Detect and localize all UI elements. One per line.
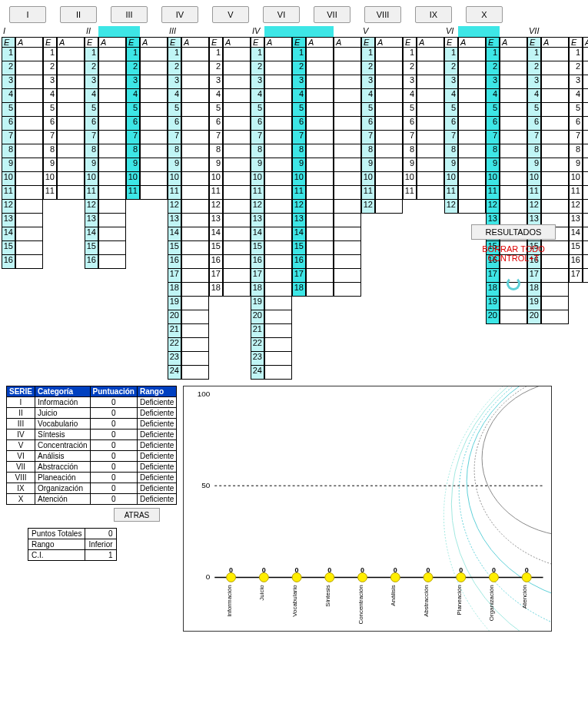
input-cell[interactable]	[541, 200, 569, 214]
input-cell[interactable]	[306, 214, 334, 227]
input-cell[interactable]	[264, 324, 292, 338]
input-cell[interactable]	[334, 131, 361, 144]
input-cell[interactable]	[306, 103, 334, 117]
input-cell[interactable]	[98, 144, 126, 158]
section-button-V[interactable]: V	[212, 6, 249, 23]
input-cell[interactable]	[181, 338, 209, 352]
input-cell[interactable]	[541, 75, 569, 89]
input-cell[interactable]	[98, 241, 126, 255]
input-cell[interactable]	[306, 186, 334, 200]
input-cell[interactable]	[306, 283, 334, 297]
input-cell[interactable]	[264, 186, 292, 200]
input-cell[interactable]	[140, 89, 168, 103]
input-cell[interactable]	[181, 117, 209, 131]
input-cell[interactable]	[223, 131, 251, 144]
input-cell[interactable]	[334, 158, 361, 172]
input-cell[interactable]	[57, 158, 85, 172]
input-cell[interactable]	[140, 61, 168, 75]
input-cell[interactable]	[334, 172, 361, 186]
section-button-VIII[interactable]: VIII	[364, 6, 401, 23]
input-cell[interactable]	[181, 255, 209, 269]
input-cell[interactable]	[223, 117, 251, 131]
input-cell[interactable]	[583, 269, 588, 283]
input-cell[interactable]	[181, 61, 209, 75]
input-cell[interactable]	[583, 227, 588, 241]
input-cell[interactable]	[223, 144, 251, 158]
input-cell[interactable]	[458, 172, 486, 186]
input-cell[interactable]	[583, 89, 588, 103]
input-cell[interactable]	[223, 186, 251, 200]
input-cell[interactable]	[223, 158, 251, 172]
input-cell[interactable]	[264, 352, 292, 366]
input-cell[interactable]	[500, 103, 527, 117]
input-cell[interactable]	[15, 61, 43, 75]
input-cell[interactable]	[264, 158, 292, 172]
section-button-III[interactable]: III	[111, 6, 148, 23]
input-cell[interactable]	[98, 200, 126, 214]
input-cell[interactable]	[334, 186, 361, 200]
input-cell[interactable]	[15, 117, 43, 131]
input-cell[interactable]	[306, 255, 334, 269]
input-cell[interactable]	[223, 172, 251, 186]
input-cell[interactable]	[223, 48, 251, 61]
input-cell[interactable]	[334, 214, 361, 227]
input-cell[interactable]	[583, 61, 588, 75]
input-cell[interactable]	[264, 61, 292, 75]
input-cell[interactable]	[264, 131, 292, 144]
input-cell[interactable]	[417, 186, 444, 200]
input-cell[interactable]	[541, 61, 569, 75]
input-cell[interactable]	[181, 241, 209, 255]
input-cell[interactable]	[500, 117, 527, 131]
input-cell[interactable]	[334, 241, 361, 255]
input-cell[interactable]	[57, 75, 85, 89]
input-cell[interactable]	[57, 103, 85, 117]
input-cell[interactable]	[458, 75, 486, 89]
input-cell[interactable]	[541, 131, 569, 144]
input-cell[interactable]	[223, 103, 251, 117]
input-cell[interactable]	[15, 255, 43, 269]
input-cell[interactable]	[458, 186, 486, 200]
input-cell[interactable]	[541, 172, 569, 186]
section-button-IV[interactable]: IV	[161, 6, 198, 23]
input-cell[interactable]	[583, 214, 588, 227]
input-cell[interactable]	[500, 200, 527, 214]
input-cell[interactable]	[375, 172, 403, 186]
input-cell[interactable]	[15, 103, 43, 117]
input-cell[interactable]	[223, 283, 251, 297]
input-cell[interactable]	[583, 172, 588, 186]
input-cell[interactable]	[264, 227, 292, 241]
input-cell[interactable]	[334, 144, 361, 158]
input-cell[interactable]	[334, 227, 361, 241]
input-cell[interactable]	[306, 227, 334, 241]
input-cell[interactable]	[375, 61, 403, 75]
input-cell[interactable]	[98, 61, 126, 75]
input-cell[interactable]	[264, 172, 292, 186]
input-cell[interactable]	[181, 283, 209, 297]
input-cell[interactable]	[140, 144, 168, 158]
input-cell[interactable]	[98, 186, 126, 200]
input-cell[interactable]	[223, 241, 251, 255]
input-cell[interactable]	[15, 227, 43, 241]
input-cell[interactable]	[583, 200, 588, 214]
input-cell[interactable]	[181, 75, 209, 89]
input-cell[interactable]	[98, 48, 126, 61]
input-cell[interactable]	[500, 89, 527, 103]
input-cell[interactable]	[375, 75, 403, 89]
input-cell[interactable]	[541, 103, 569, 117]
input-cell[interactable]	[375, 186, 403, 200]
input-cell[interactable]	[417, 131, 444, 144]
input-cell[interactable]	[98, 255, 126, 269]
input-cell[interactable]	[334, 117, 361, 131]
input-cell[interactable]	[15, 75, 43, 89]
input-cell[interactable]	[458, 61, 486, 75]
input-cell[interactable]	[458, 144, 486, 158]
input-cell[interactable]	[334, 61, 361, 75]
input-cell[interactable]	[264, 297, 292, 310]
input-cell[interactable]	[375, 89, 403, 103]
input-cell[interactable]	[306, 75, 334, 89]
input-cell[interactable]	[306, 89, 334, 103]
input-cell[interactable]	[417, 61, 444, 75]
input-cell[interactable]	[223, 61, 251, 75]
input-cell[interactable]	[181, 269, 209, 283]
input-cell[interactable]	[417, 103, 444, 117]
